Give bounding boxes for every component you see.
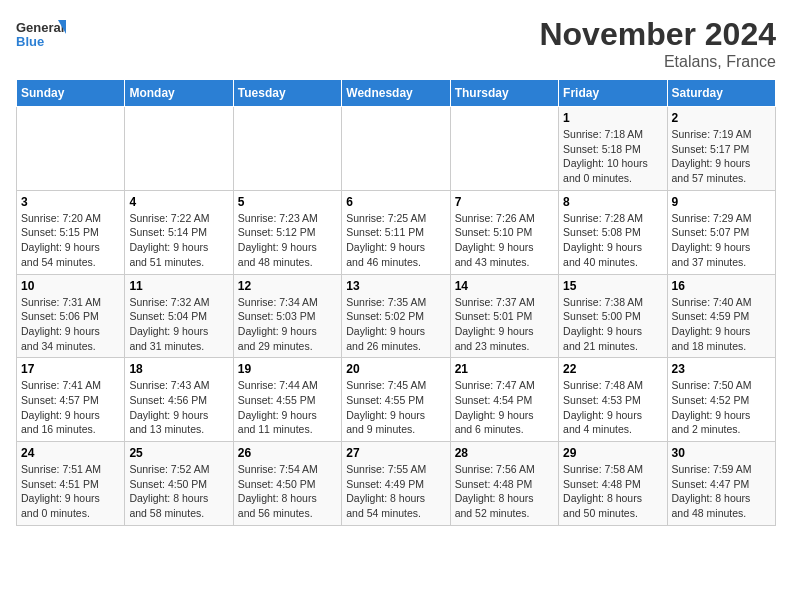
day-number: 14 [455,279,554,293]
calendar-cell: 7Sunrise: 7:26 AM Sunset: 5:10 PM Daylig… [450,190,558,274]
calendar-cell: 29Sunrise: 7:58 AM Sunset: 4:48 PM Dayli… [559,442,667,526]
day-number: 6 [346,195,445,209]
calendar-cell: 22Sunrise: 7:48 AM Sunset: 4:53 PM Dayli… [559,358,667,442]
day-detail: Sunrise: 7:56 AM Sunset: 4:48 PM Dayligh… [455,462,554,521]
day-detail: Sunrise: 7:51 AM Sunset: 4:51 PM Dayligh… [21,462,120,521]
title-block: November 2024 Etalans, France [539,16,776,71]
calendar-cell: 1Sunrise: 7:18 AM Sunset: 5:18 PM Daylig… [559,107,667,191]
day-detail: Sunrise: 7:19 AM Sunset: 5:17 PM Dayligh… [672,127,771,186]
day-detail: Sunrise: 7:54 AM Sunset: 4:50 PM Dayligh… [238,462,337,521]
day-detail: Sunrise: 7:38 AM Sunset: 5:00 PM Dayligh… [563,295,662,354]
weekday-header: Saturday [667,80,775,107]
weekday-header: Friday [559,80,667,107]
calendar-cell: 11Sunrise: 7:32 AM Sunset: 5:04 PM Dayli… [125,274,233,358]
calendar-table: SundayMondayTuesdayWednesdayThursdayFrid… [16,79,776,526]
day-detail: Sunrise: 7:45 AM Sunset: 4:55 PM Dayligh… [346,378,445,437]
calendar-cell: 30Sunrise: 7:59 AM Sunset: 4:47 PM Dayli… [667,442,775,526]
day-detail: Sunrise: 7:43 AM Sunset: 4:56 PM Dayligh… [129,378,228,437]
weekday-header: Thursday [450,80,558,107]
calendar-cell: 9Sunrise: 7:29 AM Sunset: 5:07 PM Daylig… [667,190,775,274]
calendar-cell: 13Sunrise: 7:35 AM Sunset: 5:02 PM Dayli… [342,274,450,358]
day-detail: Sunrise: 7:26 AM Sunset: 5:10 PM Dayligh… [455,211,554,270]
day-number: 25 [129,446,228,460]
calendar-cell [342,107,450,191]
day-number: 4 [129,195,228,209]
day-number: 17 [21,362,120,376]
main-title: November 2024 [539,16,776,53]
calendar-cell: 12Sunrise: 7:34 AM Sunset: 5:03 PM Dayli… [233,274,341,358]
day-detail: Sunrise: 7:20 AM Sunset: 5:15 PM Dayligh… [21,211,120,270]
day-detail: Sunrise: 7:28 AM Sunset: 5:08 PM Dayligh… [563,211,662,270]
day-detail: Sunrise: 7:55 AM Sunset: 4:49 PM Dayligh… [346,462,445,521]
day-detail: Sunrise: 7:58 AM Sunset: 4:48 PM Dayligh… [563,462,662,521]
calendar-cell: 27Sunrise: 7:55 AM Sunset: 4:49 PM Dayli… [342,442,450,526]
day-detail: Sunrise: 7:23 AM Sunset: 5:12 PM Dayligh… [238,211,337,270]
day-number: 10 [21,279,120,293]
day-number: 1 [563,111,662,125]
header: General Blue November 2024 Etalans, Fran… [16,16,776,71]
calendar-week-row: 3Sunrise: 7:20 AM Sunset: 5:15 PM Daylig… [17,190,776,274]
day-number: 3 [21,195,120,209]
calendar-cell: 8Sunrise: 7:28 AM Sunset: 5:08 PM Daylig… [559,190,667,274]
day-number: 15 [563,279,662,293]
day-number: 11 [129,279,228,293]
calendar-week-row: 24Sunrise: 7:51 AM Sunset: 4:51 PM Dayli… [17,442,776,526]
calendar-week-row: 10Sunrise: 7:31 AM Sunset: 5:06 PM Dayli… [17,274,776,358]
day-detail: Sunrise: 7:47 AM Sunset: 4:54 PM Dayligh… [455,378,554,437]
calendar-cell: 23Sunrise: 7:50 AM Sunset: 4:52 PM Dayli… [667,358,775,442]
day-detail: Sunrise: 7:37 AM Sunset: 5:01 PM Dayligh… [455,295,554,354]
logo-svg: General Blue [16,16,66,60]
day-number: 21 [455,362,554,376]
day-number: 12 [238,279,337,293]
day-number: 27 [346,446,445,460]
day-number: 13 [346,279,445,293]
day-number: 7 [455,195,554,209]
sub-title: Etalans, France [539,53,776,71]
calendar-cell: 24Sunrise: 7:51 AM Sunset: 4:51 PM Dayli… [17,442,125,526]
day-detail: Sunrise: 7:25 AM Sunset: 5:11 PM Dayligh… [346,211,445,270]
calendar-week-row: 17Sunrise: 7:41 AM Sunset: 4:57 PM Dayli… [17,358,776,442]
calendar-cell [17,107,125,191]
day-detail: Sunrise: 7:29 AM Sunset: 5:07 PM Dayligh… [672,211,771,270]
calendar-cell: 10Sunrise: 7:31 AM Sunset: 5:06 PM Dayli… [17,274,125,358]
day-number: 23 [672,362,771,376]
calendar-cell: 16Sunrise: 7:40 AM Sunset: 4:59 PM Dayli… [667,274,775,358]
day-number: 19 [238,362,337,376]
weekday-header: Tuesday [233,80,341,107]
day-detail: Sunrise: 7:48 AM Sunset: 4:53 PM Dayligh… [563,378,662,437]
day-number: 9 [672,195,771,209]
calendar-cell: 17Sunrise: 7:41 AM Sunset: 4:57 PM Dayli… [17,358,125,442]
day-detail: Sunrise: 7:41 AM Sunset: 4:57 PM Dayligh… [21,378,120,437]
calendar-cell: 15Sunrise: 7:38 AM Sunset: 5:00 PM Dayli… [559,274,667,358]
day-number: 22 [563,362,662,376]
day-number: 8 [563,195,662,209]
day-detail: Sunrise: 7:34 AM Sunset: 5:03 PM Dayligh… [238,295,337,354]
calendar-cell: 21Sunrise: 7:47 AM Sunset: 4:54 PM Dayli… [450,358,558,442]
day-detail: Sunrise: 7:40 AM Sunset: 4:59 PM Dayligh… [672,295,771,354]
day-detail: Sunrise: 7:52 AM Sunset: 4:50 PM Dayligh… [129,462,228,521]
weekday-header: Sunday [17,80,125,107]
day-number: 28 [455,446,554,460]
day-detail: Sunrise: 7:18 AM Sunset: 5:18 PM Dayligh… [563,127,662,186]
day-number: 26 [238,446,337,460]
calendar-week-row: 1Sunrise: 7:18 AM Sunset: 5:18 PM Daylig… [17,107,776,191]
logo: General Blue [16,16,66,60]
day-number: 20 [346,362,445,376]
day-detail: Sunrise: 7:35 AM Sunset: 5:02 PM Dayligh… [346,295,445,354]
day-number: 18 [129,362,228,376]
calendar-cell: 4Sunrise: 7:22 AM Sunset: 5:14 PM Daylig… [125,190,233,274]
day-number: 2 [672,111,771,125]
calendar-cell: 20Sunrise: 7:45 AM Sunset: 4:55 PM Dayli… [342,358,450,442]
calendar-cell: 14Sunrise: 7:37 AM Sunset: 5:01 PM Dayli… [450,274,558,358]
weekday-header: Wednesday [342,80,450,107]
svg-text:Blue: Blue [16,34,44,49]
day-detail: Sunrise: 7:44 AM Sunset: 4:55 PM Dayligh… [238,378,337,437]
calendar-cell: 25Sunrise: 7:52 AM Sunset: 4:50 PM Dayli… [125,442,233,526]
calendar-cell: 18Sunrise: 7:43 AM Sunset: 4:56 PM Dayli… [125,358,233,442]
day-number: 29 [563,446,662,460]
day-detail: Sunrise: 7:50 AM Sunset: 4:52 PM Dayligh… [672,378,771,437]
day-detail: Sunrise: 7:59 AM Sunset: 4:47 PM Dayligh… [672,462,771,521]
calendar-header: SundayMondayTuesdayWednesdayThursdayFrid… [17,80,776,107]
day-detail: Sunrise: 7:32 AM Sunset: 5:04 PM Dayligh… [129,295,228,354]
calendar-cell [233,107,341,191]
